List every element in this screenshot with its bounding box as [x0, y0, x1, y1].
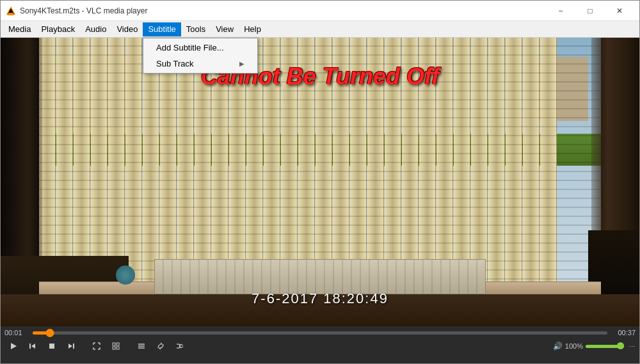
loop-icon: [157, 342, 164, 350]
next-chapter-button[interactable]: [62, 339, 80, 353]
extended-settings-icon: [112, 342, 120, 350]
vase: [116, 265, 135, 285]
close-button[interactable]: ✕: [605, 1, 634, 21]
progress-track[interactable]: [33, 331, 607, 335]
svg-marker-9: [68, 344, 72, 349]
fullscreen-button[interactable]: [88, 339, 106, 353]
svg-rect-3: [8, 14, 14, 15]
menu-media[interactable]: Media: [3, 22, 36, 36]
total-time: 00:37: [612, 329, 636, 336]
svg-rect-5: [29, 344, 31, 349]
video-content: Cannot Be Turned Off 7-6-2017 18:20:49: [1, 38, 639, 326]
volume-label: 100%: [565, 342, 583, 350]
svg-line-19: [180, 347, 183, 348]
playback-controls: 00:01 00:37: [1, 326, 639, 363]
prev-chapter-icon: [29, 342, 36, 350]
maximize-button[interactable]: □: [575, 1, 605, 21]
extended-settings-button[interactable]: [107, 339, 125, 353]
app-icon: [6, 6, 16, 16]
play-icon: [10, 342, 17, 350]
vlc-window: Sony4KTest.m2ts - VLC media player − □ ✕…: [0, 0, 640, 364]
titlebar: Sony4KTest.m2ts - VLC media player − □ ✕: [1, 1, 639, 21]
stop-button[interactable]: [43, 339, 61, 353]
next-chapter-icon: [67, 342, 75, 350]
svg-rect-10: [113, 343, 115, 345]
prev-chapter-button[interactable]: [24, 339, 42, 353]
volume-track[interactable]: [586, 345, 624, 348]
svg-rect-13: [116, 347, 119, 349]
loop-button[interactable]: [152, 339, 170, 353]
playlist-button[interactable]: [132, 339, 150, 353]
shuffle-button[interactable]: [171, 339, 189, 353]
svg-line-18: [180, 344, 183, 345]
volume-area: 🔊 100% ⋯: [553, 342, 636, 351]
progress-bar-area: 00:01 00:37: [4, 329, 636, 336]
stop-icon: [49, 343, 55, 349]
timestamp-overlay: 7-6-2017 18:20:49: [252, 290, 388, 307]
play-button[interactable]: [4, 339, 22, 353]
menubar: Media Playback Audio Video Subtitle Tool…: [1, 21, 639, 38]
svg-marker-6: [31, 344, 35, 349]
current-time: 00:01: [4, 329, 28, 336]
video-area[interactable]: Cannot Be Turned Off 7-6-2017 18:20:49: [1, 38, 639, 326]
menu-tools[interactable]: Tools: [181, 22, 211, 36]
radiator: [154, 259, 486, 294]
svg-rect-8: [73, 344, 74, 349]
svg-rect-7: [49, 344, 54, 349]
menu-video[interactable]: Video: [111, 22, 143, 36]
playlist-icon: [138, 342, 145, 350]
fullscreen-icon: [93, 342, 100, 350]
svg-rect-11: [116, 343, 119, 345]
progress-thumb: [45, 329, 54, 337]
minimize-button[interactable]: −: [546, 1, 575, 21]
buttons-row: 🔊 100% ⋯: [4, 339, 636, 353]
volume-thumb: [617, 342, 624, 349]
window-controls: − □ ✕: [546, 1, 634, 21]
sub-track-item[interactable]: Sub Track ▶: [143, 56, 257, 72]
svg-rect-12: [113, 347, 115, 349]
menu-subtitle[interactable]: Subtitle: [143, 22, 180, 36]
menu-help[interactable]: Help: [239, 22, 266, 36]
subtitle-dropdown: Add Subtitle File... Sub Track ▶: [143, 38, 258, 74]
expand-button[interactable]: ⋯: [629, 343, 636, 350]
shuffle-icon: [176, 342, 184, 350]
volume-icon: 🔊: [553, 342, 563, 351]
menu-audio[interactable]: Audio: [80, 22, 111, 36]
window-title: Sony4KTest.m2ts - VLC media player: [20, 6, 546, 15]
add-subtitle-file-item[interactable]: Add Subtitle File...: [143, 40, 257, 56]
menu-playback[interactable]: Playback: [36, 22, 80, 36]
submenu-arrow-icon: ▶: [239, 60, 244, 67]
menu-view[interactable]: View: [211, 22, 239, 36]
svg-marker-4: [11, 343, 17, 349]
